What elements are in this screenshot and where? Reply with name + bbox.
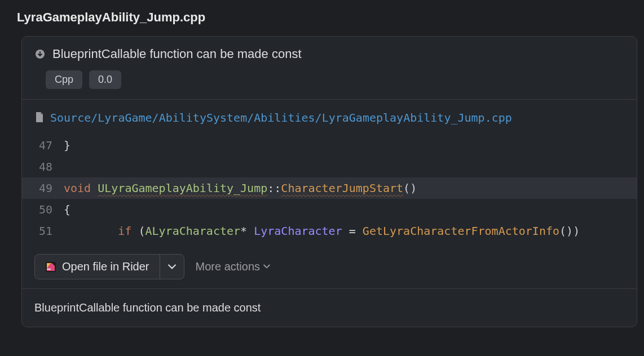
file-section: Source/LyraGame/AbilitySystem/Abilities/… (22, 100, 637, 289)
code-line-47: 47 } (22, 135, 637, 156)
line-number: 51 (34, 220, 64, 242)
panel-header: BlueprintCallable function can be made c… (22, 37, 637, 100)
arrow-down-circle-icon (34, 48, 46, 60)
code-line-49-highlighted: 49 void ULyraGameplayAbility_Jump::Chara… (22, 177, 637, 199)
page-title: LyraGameplayAbility_Jump.cpp (0, 0, 644, 32)
chevron-down-icon (168, 264, 176, 270)
description-text: BlueprintCallable function can be made c… (34, 301, 261, 314)
line-number: 47 (34, 135, 64, 156)
open-file-dropdown-button[interactable] (160, 255, 184, 279)
more-actions-label: More actions (196, 260, 261, 273)
code-line-51: 51 if (ALyraCharacter* LyraCharacter = G… (22, 220, 637, 242)
actions-row: Open file in Rider More actions (34, 254, 624, 279)
line-number: 48 (34, 156, 64, 177)
code-text: } (64, 135, 70, 156)
description-section: BlueprintCallable function can be made c… (22, 289, 637, 327)
file-path-link[interactable]: Source/LyraGame/AbilitySystem/Abilities/… (50, 111, 512, 124)
code-text: { (64, 199, 70, 220)
tag-version[interactable]: 0.0 (89, 70, 121, 89)
code-line-50: 50 { (22, 199, 637, 220)
code-text: if (ALyraCharacter* LyraCharacter = GetL… (64, 220, 580, 242)
inspection-title: BlueprintCallable function can be made c… (52, 47, 302, 61)
chevron-down-icon (263, 264, 270, 269)
open-file-button-group: Open file in Rider (34, 254, 184, 279)
inspection-panel: BlueprintCallable function can be made c… (21, 36, 637, 327)
tags-row: Cpp 0.0 (34, 70, 624, 89)
open-in-rider-label: Open file in Rider (62, 260, 149, 273)
more-actions-button[interactable]: More actions (196, 260, 271, 273)
inspection-title-row: BlueprintCallable function can be made c… (34, 47, 624, 61)
code-block: 47 } 48 49 void ULyraGameplayAbility_Jum… (22, 135, 637, 242)
tag-language[interactable]: Cpp (46, 70, 82, 89)
open-in-rider-button[interactable]: Open file in Rider (35, 255, 160, 279)
svg-rect-2 (47, 269, 51, 270)
rider-icon (45, 261, 56, 273)
line-number: 50 (34, 199, 64, 220)
file-icon (34, 112, 45, 123)
file-path-row: Source/LyraGame/AbilitySystem/Abilities/… (34, 111, 624, 124)
line-number: 49 (34, 177, 64, 199)
code-line-48: 48 (22, 156, 637, 177)
code-text: void ULyraGameplayAbility_Jump::Characte… (64, 177, 417, 199)
